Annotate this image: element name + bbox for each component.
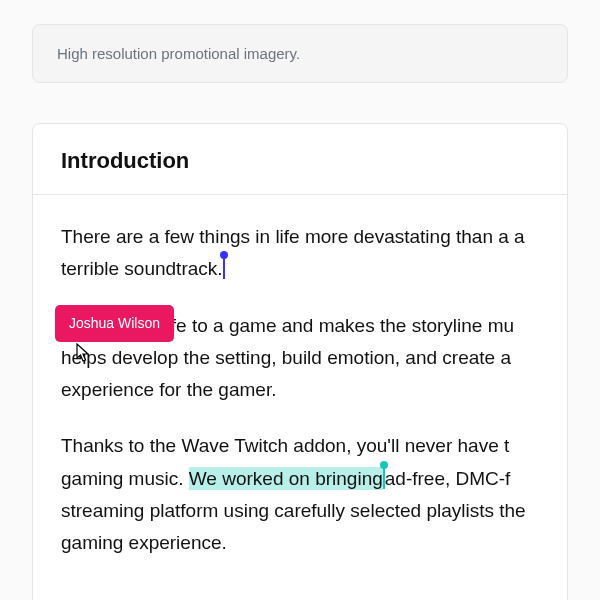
- collab-cursor-teal: [383, 467, 385, 489]
- document-header: Introduction: [33, 124, 567, 195]
- collab-cursor-blue: [223, 257, 225, 279]
- image-caption-card: High resolution promotional imagery.: [32, 24, 568, 83]
- document-title: Introduction: [61, 148, 539, 174]
- p3-text-b: gaming music.: [61, 468, 189, 489]
- document-body[interactable]: There are a few things in life more deva…: [33, 195, 567, 600]
- collab-tag-wrapper: Joshua Wilson Music adds: [61, 315, 162, 336]
- p3-text-c: ad-free, DMC-f: [385, 468, 511, 489]
- paragraph-1[interactable]: There are a few things in life more deva…: [61, 221, 539, 286]
- p3-text-a: Thanks to the Wave Twitch addon, you'll …: [61, 435, 509, 456]
- collaborator-name-tag[interactable]: Joshua Wilson: [55, 305, 174, 343]
- p2-text-c: helps develop the setting, build emotion…: [61, 347, 511, 368]
- p1-text-a: There are a few things in life more deva…: [61, 226, 514, 247]
- paragraph-3[interactable]: Thanks to the Wave Twitch addon, you'll …: [61, 430, 539, 559]
- highlighted-text: We worked on bringing: [189, 467, 383, 490]
- p3-text-d: streaming platform using carefully selec…: [61, 500, 499, 521]
- p2-text-d: experience for the gamer.: [61, 379, 276, 400]
- pointer-cursor-icon: [75, 343, 93, 375]
- document-card: Introduction There are a few things in l…: [32, 123, 568, 600]
- image-caption-text: High resolution promotional imagery.: [57, 45, 543, 62]
- paragraph-2[interactable]: Joshua Wilson Music adds life to a game …: [61, 310, 539, 407]
- p2-text-b: life to a game and makes the storyline m…: [162, 315, 514, 336]
